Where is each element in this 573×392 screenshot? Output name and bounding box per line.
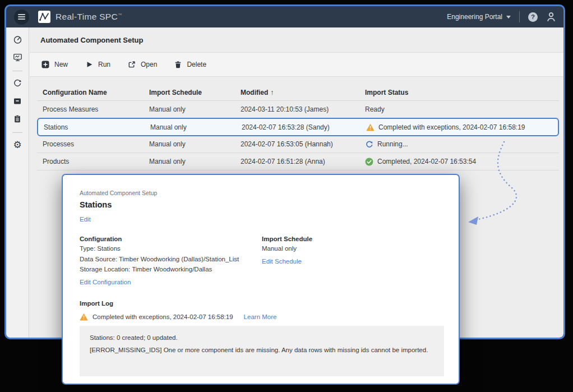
sidebar-item-tasks[interactable]	[11, 114, 24, 123]
top-bar: Real-Time SPC™ Engineering Portal ?	[6, 6, 563, 27]
edit-schedule-link[interactable]: Edit Schedule	[262, 258, 302, 265]
detail-panel: Automated Component Setup Stations Edit …	[62, 174, 460, 385]
status-text: Completed, 2024-02-07 16:53:54	[377, 158, 476, 165]
clipboard-icon	[13, 114, 22, 123]
delete-button-label: Delete	[187, 61, 206, 68]
settings-gear-icon: ⚙	[13, 140, 21, 149]
table-row-products[interactable]: Products Manual only 2024-02-07 16:51:28…	[37, 153, 559, 170]
help-icon: ?	[531, 13, 535, 20]
play-icon	[85, 61, 93, 68]
trash-icon	[174, 61, 182, 68]
configuration-data-source: Data Source: Timber Woodworking (Dallas)…	[80, 255, 262, 264]
import-schedule-heading: Import Schedule	[262, 236, 312, 242]
table-header-row: Configuration Name Import Schedule Modif…	[37, 84, 559, 101]
success-check-icon	[365, 158, 373, 166]
page-title: Automated Component Setup	[40, 36, 143, 44]
column-header-configuration-name[interactable]: Configuration Name	[37, 89, 144, 96]
hamburger-menu-icon[interactable]	[14, 10, 29, 25]
trademark: ™	[118, 12, 122, 17]
import-log-box: Stations: 0 created; 0 updated. [ERROR_M…	[80, 326, 444, 376]
portal-dropdown[interactable]: Engineering Portal	[447, 13, 511, 21]
import-status: Completed with exceptions, 2024-02-07 16…	[361, 123, 558, 131]
table-row-stations-selected[interactable]: Stations Manual only 2024-02-07 16:53:28…	[37, 118, 559, 136]
run-button[interactable]: Run	[85, 61, 110, 68]
edit-link[interactable]: Edit	[80, 216, 91, 223]
open-button[interactable]: Open	[128, 61, 157, 68]
column-header-import-status[interactable]: Import Status	[359, 89, 559, 96]
help-button[interactable]: ?	[528, 12, 538, 22]
page-header: Automated Component Setup	[30, 27, 563, 52]
import-log-heading: Import Log	[80, 300, 442, 307]
table-row-process-measures[interactable]: Process Measures Manual only 2024-03-11 …	[37, 101, 559, 118]
configuration-storage-location: Storage Location: Timber Woodworking/Dal…	[80, 265, 262, 274]
add-icon	[41, 61, 49, 68]
modified: 2024-02-07 16:51:28 (Anna)	[235, 158, 359, 165]
run-button-label: Run	[98, 61, 110, 68]
edit-configuration-link[interactable]: Edit Configuration	[80, 279, 131, 285]
sort-ascending-icon: ↑	[270, 89, 274, 96]
new-button-label: New	[54, 61, 68, 68]
app-title: Real-Time SPC™	[56, 12, 122, 22]
sidebar-item-sync[interactable]	[11, 79, 24, 87]
table-row-processes[interactable]: Processes Manual only 2024-02-07 16:53:0…	[37, 136, 559, 153]
status-text: Completed with exceptions, 2024-02-07 16…	[378, 123, 525, 131]
import-schedule: Manual only	[144, 105, 235, 113]
import-schedule: Manual only	[144, 158, 235, 165]
import-log-status-text: Completed with exceptions, 2024-02-07 16…	[93, 313, 233, 320]
archive-box-icon	[13, 96, 22, 105]
sync-icon	[13, 79, 22, 87]
chevron-down-icon	[506, 16, 511, 19]
configuration-section: Configuration Type: Stations Data Source…	[80, 236, 262, 287]
panel-breadcrumb: Automated Component Setup	[80, 190, 442, 196]
config-name: Products	[37, 158, 144, 165]
warning-triangle-icon	[366, 123, 375, 131]
import-status: Ready	[359, 105, 559, 113]
sidebar-item-settings[interactable]: ⚙	[11, 140, 24, 149]
configuration-heading: Configuration	[80, 236, 262, 242]
monitor-chart-icon	[13, 53, 22, 62]
line-chart-logo-icon	[38, 11, 50, 23]
log-line-summary: Stations: 0 created; 0 updated.	[90, 334, 434, 341]
import-schedule: Manual only	[145, 123, 236, 131]
modified: 2024-03-11 20:10:53 (James)	[235, 105, 359, 113]
sidebar-item-dashboard[interactable]	[11, 35, 24, 44]
import-schedule-section: Import Schedule Manual only Edit Schedul…	[262, 236, 312, 287]
import-schedule-value: Manual only	[262, 245, 312, 253]
toolbar: New Run Open	[30, 52, 563, 77]
screenshot-stage: Real-Time SPC™ Engineering Portal ?	[0, 0, 573, 392]
portal-label: Engineering Portal	[447, 13, 502, 21]
column-header-modified[interactable]: Modified↑	[235, 89, 359, 96]
learn-more-link[interactable]: Learn More	[244, 313, 277, 320]
new-button[interactable]: New	[41, 61, 68, 68]
import-log-status: Completed with exceptions, 2024-02-07 16…	[80, 313, 442, 321]
panel-title: Stations	[80, 200, 442, 209]
user-icon	[546, 11, 557, 22]
open-external-icon	[128, 61, 136, 68]
config-name: Process Measures	[37, 105, 144, 113]
delete-button[interactable]: Delete	[174, 61, 206, 68]
open-button-label: Open	[141, 61, 157, 68]
import-status: Running...	[359, 140, 559, 149]
log-line-error: [ERROR_MISSING_IDS] One or more componen…	[90, 347, 434, 353]
sidebar: ⚙	[6, 27, 29, 338]
modified: 2024-02-07 16:53:05 (Hannah)	[235, 140, 359, 148]
sidebar-divider	[12, 132, 22, 133]
config-name: Processes	[37, 140, 144, 148]
dashboard-gauge-icon	[13, 35, 22, 44]
sidebar-item-charts[interactable]	[11, 53, 24, 62]
import-status: Completed, 2024-02-07 16:53:54	[359, 158, 559, 166]
modified: 2024-02-07 16:53:28 (Sandy)	[236, 123, 361, 131]
running-refresh-icon	[365, 140, 373, 149]
status-text: Running...	[377, 140, 408, 148]
sidebar-divider	[12, 71, 22, 71]
warning-triangle-icon	[80, 313, 88, 321]
column-header-import-schedule[interactable]: Import Schedule	[144, 89, 235, 96]
configuration-type: Type: Stations	[80, 245, 262, 253]
import-schedule: Manual only	[144, 140, 235, 148]
status-text: Ready	[365, 105, 385, 113]
sidebar-item-storage[interactable]	[11, 96, 24, 105]
topbar-divider	[519, 11, 520, 22]
config-name: Stations	[38, 123, 145, 131]
config-table: Configuration Name Import Schedule Modif…	[37, 84, 559, 170]
user-button[interactable]	[546, 11, 557, 22]
